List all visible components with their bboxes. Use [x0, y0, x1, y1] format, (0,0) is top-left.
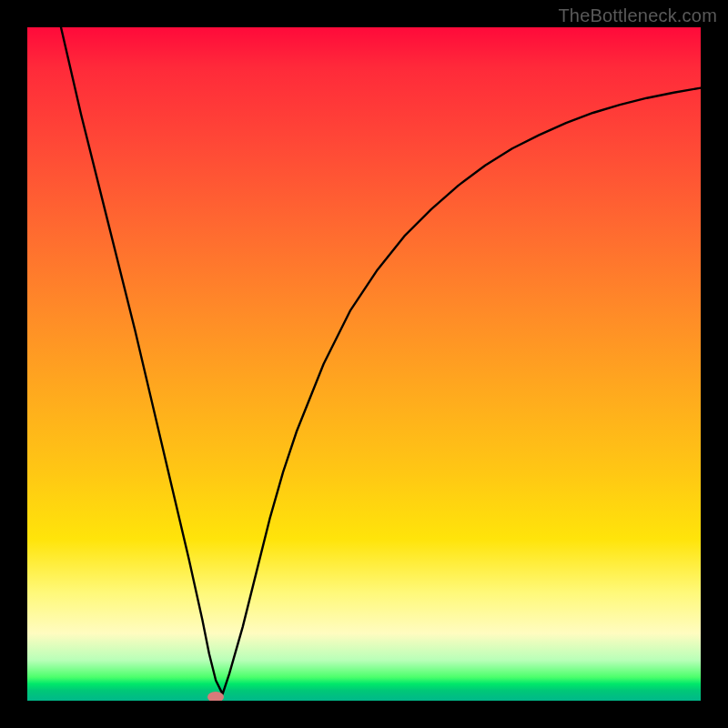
curve-svg	[27, 27, 701, 701]
chart-frame: TheBottleneck.com	[0, 0, 728, 728]
minimum-marker	[207, 692, 224, 701]
watermark-text: TheBottleneck.com	[558, 5, 717, 26]
v-curve-line	[61, 27, 701, 694]
plot-area	[27, 27, 701, 701]
